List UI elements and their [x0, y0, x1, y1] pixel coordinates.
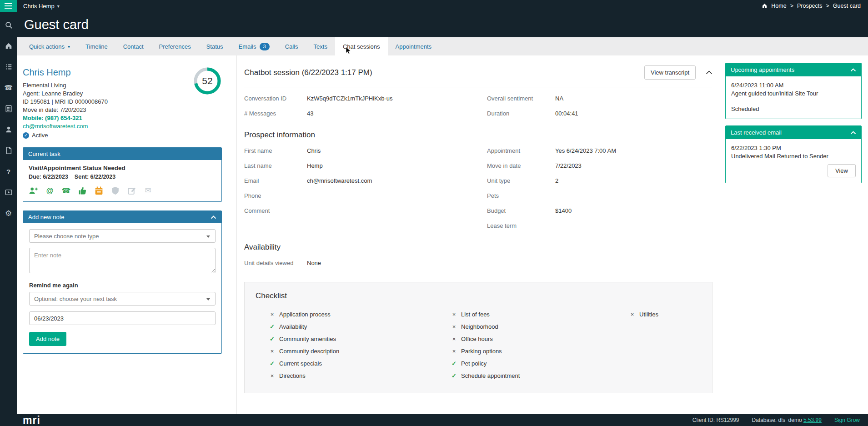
- checklist-item-label: Directions: [279, 372, 306, 379]
- tab-status[interactable]: Status: [199, 37, 231, 55]
- user-menu[interactable]: Chris Hemp ▾: [23, 3, 60, 10]
- chevron-down-icon: ▾: [57, 4, 60, 9]
- check-icon: ✓: [451, 360, 457, 367]
- remind-me-label: Remind me again: [29, 282, 216, 289]
- x-icon: ×: [629, 311, 635, 318]
- x-icon: ×: [269, 348, 275, 355]
- x-icon: ×: [451, 323, 457, 330]
- tab-label: Texts: [314, 43, 327, 50]
- prospect-fields: First name Chris Appointment Yes 6/24/20…: [244, 147, 712, 237]
- field-label: First name: [244, 147, 307, 162]
- field-label: Overall sentiment: [487, 95, 555, 110]
- footer-user-link[interactable]: Sign Grow: [834, 417, 860, 423]
- field-value: Hemp: [307, 162, 487, 177]
- field-label: Conversation ID: [244, 95, 307, 110]
- checklist-item-label: Schedule appointment: [461, 372, 520, 379]
- quick-actions-label: Quick actions: [29, 43, 65, 50]
- prospect-info-title: Prospect information: [244, 130, 712, 140]
- tab-preferences[interactable]: Preferences: [151, 37, 199, 55]
- tab-calls[interactable]: Calls: [277, 37, 306, 55]
- field-label: [244, 222, 307, 237]
- field-value: $1400: [555, 207, 712, 222]
- availability-fields: Unit details viewed None: [244, 260, 712, 275]
- documents-icon[interactable]: [5, 146, 13, 155]
- note-type-select[interactable]: Please choose note type: [29, 229, 216, 243]
- chevron-up-icon[interactable]: [211, 216, 216, 219]
- footer-database: Database: dls_demo 5.53.99: [752, 417, 822, 423]
- tab-label: Emails: [239, 43, 256, 50]
- tab-label: Timeline: [85, 43, 108, 50]
- field-label: Email: [244, 177, 307, 192]
- calls-icon[interactable]: ☎: [5, 84, 13, 92]
- field-value: ch@mrisoftwaretest.com: [307, 177, 487, 192]
- shield-icon[interactable]: [110, 186, 120, 195]
- tab-bar: Quick actions ▾ Timeline Contact Prefere…: [17, 37, 868, 55]
- tab-label: Chat sessions: [343, 43, 380, 50]
- appointment-description: Agent guided tour/Initial Site Tour: [731, 90, 856, 98]
- contacts-icon[interactable]: [5, 125, 13, 134]
- tab-texts[interactable]: Texts: [306, 37, 335, 55]
- breadcrumb: Home > Prospects > Guest card: [762, 3, 861, 9]
- settings-gear-icon[interactable]: ⚙: [5, 209, 13, 217]
- checklist-item: ✓Availability: [269, 321, 451, 333]
- tab-timeline[interactable]: Timeline: [78, 37, 115, 55]
- field-value: [555, 192, 712, 207]
- add-note-button[interactable]: Add note: [29, 332, 66, 346]
- footer-version-link[interactable]: 5.53.99: [803, 417, 822, 423]
- help-icon[interactable]: ?: [5, 167, 13, 175]
- collapse-chevron-icon[interactable]: [706, 70, 712, 75]
- tab-contact[interactable]: Contact: [115, 37, 151, 55]
- menu-icon[interactable]: [0, 0, 17, 12]
- breadcrumb-separator: >: [790, 3, 793, 9]
- tab-emails[interactable]: Emails 3: [231, 37, 277, 55]
- email-at-icon[interactable]: @: [45, 186, 55, 195]
- edit-note-icon[interactable]: [127, 186, 136, 195]
- status-label: Active: [32, 132, 48, 139]
- last-email-card: Last received email 6/22/2023 1:30 PM Un…: [725, 125, 862, 183]
- chevron-up-icon[interactable]: [850, 131, 856, 135]
- field-label: Move in date: [487, 162, 555, 177]
- chevron-up-icon[interactable]: [850, 68, 856, 72]
- view-email-button[interactable]: View: [828, 164, 856, 177]
- view-transcript-button[interactable]: View transcript: [644, 65, 696, 80]
- note-input[interactable]: [29, 248, 216, 273]
- tab-chat-sessions[interactable]: Chat sessions: [335, 37, 388, 55]
- keypad-icon[interactable]: [5, 105, 13, 113]
- tab-appointments[interactable]: Appointments: [388, 37, 440, 55]
- search-icon[interactable]: [5, 21, 13, 29]
- guest-score-donut: 52: [193, 66, 222, 95]
- check-icon: ✓: [269, 323, 275, 330]
- last-email-header: Last received email: [726, 126, 861, 139]
- checklist-item: ✓Pet policy: [451, 357, 629, 370]
- footer-client-id: Client ID: RS12999: [692, 417, 739, 423]
- field-value: 00:04:41: [555, 110, 712, 125]
- list-icon[interactable]: [5, 63, 13, 71]
- media-icon[interactable]: [5, 188, 13, 196]
- checklist-item-label: Utilities: [639, 311, 658, 318]
- call-icon[interactable]: ☎: [61, 186, 71, 195]
- thumbs-up-icon[interactable]: [78, 186, 87, 195]
- breadcrumb-home[interactable]: Home: [771, 3, 786, 9]
- checklist-item: ×Neighborhood: [451, 321, 629, 333]
- home-icon[interactable]: [762, 3, 768, 9]
- chevron-down-icon: ▾: [68, 44, 70, 49]
- breadcrumb-prospects[interactable]: Prospects: [797, 3, 823, 9]
- guest-mobile-link[interactable]: Mobile: (987) 654-321: [23, 114, 229, 122]
- remind-date-input[interactable]: [29, 311, 216, 325]
- chat-session-panel: Chatbot session (6/22/2023 1:17 PM) View…: [236, 55, 725, 414]
- next-task-select[interactable]: Optional: choose your next task: [29, 292, 216, 306]
- upcoming-appointments-card: Upcoming appointments 6/24/2023 11:00 AM…: [725, 63, 862, 119]
- tab-label: Preferences: [159, 43, 191, 50]
- upcoming-appointments-title: Upcoming appointments: [731, 66, 794, 73]
- quick-actions-button[interactable]: Quick actions ▾: [21, 37, 78, 55]
- home-icon[interactable]: [5, 42, 13, 50]
- guest-ids: ID 195081 | MRI ID 0000008670: [23, 98, 229, 106]
- x-icon: ×: [451, 348, 457, 355]
- add-contact-icon[interactable]: [29, 186, 38, 195]
- guest-email-link[interactable]: ch@mrisoftwaretest.com: [23, 122, 229, 130]
- mail-icon[interactable]: ✉: [143, 186, 153, 195]
- tab-label: Contact: [123, 43, 144, 50]
- mri-logo: mri: [23, 416, 40, 425]
- field-value: [307, 192, 487, 207]
- calendar-icon[interactable]: [94, 186, 104, 195]
